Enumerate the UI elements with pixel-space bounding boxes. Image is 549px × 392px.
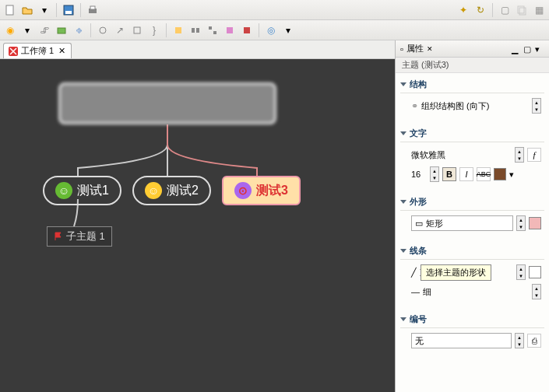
root-topic[interactable] (58, 82, 276, 124)
shape-spinner[interactable]: ▲▼ (516, 215, 526, 231)
section-shape: 外形 ▭ 矩形 ▲▼ (400, 194, 544, 236)
line-spinner[interactable]: ▲▼ (516, 264, 526, 280)
mindmap-canvas[interactable]: ☺ 测试1 ☺ 测试2 ⊙ 测试3 子主题 1 (0, 59, 395, 392)
number-format-button[interactable]: ⎙ (527, 334, 541, 348)
line-title: 线条 (410, 245, 427, 257)
summary-icon[interactable]: } (147, 23, 161, 37)
number-header[interactable]: 编号 (400, 311, 544, 328)
tab-bar: 工作簿 1 ✕ (0, 40, 395, 59)
style-icon[interactable] (240, 23, 254, 37)
minimize-icon[interactable]: ▁ (512, 44, 521, 54)
line-color-swatch[interactable] (529, 266, 541, 278)
tag-icon[interactable] (55, 23, 69, 37)
layout1-icon[interactable] (171, 23, 185, 37)
panel-title: 属性 (406, 43, 424, 54)
svg-rect-7 (58, 28, 65, 33)
line-header[interactable]: 线条 (400, 243, 544, 260)
shape-title: 外形 (410, 196, 427, 208)
section-number: 编号 无 ▲▼ ⎙ (400, 311, 544, 354)
props-subheader: 主题 (测试3) (396, 58, 549, 73)
font-spinner[interactable]: ▲▼ (515, 147, 524, 163)
bold-button[interactable]: B (442, 167, 456, 181)
italic-button[interactable]: I (459, 167, 473, 181)
line-style-icon: ╱ (411, 268, 417, 278)
svg-rect-4 (90, 6, 95, 9)
link-icon[interactable]: ⎆ (72, 23, 86, 37)
shape-select[interactable]: ▭ 矩形 (411, 215, 513, 231)
node-icon[interactable] (96, 23, 110, 37)
size-spinner[interactable]: ▲▼ (430, 166, 439, 182)
flag-icon (54, 232, 63, 241)
font-size: 16 (411, 170, 427, 179)
tab-title: 工作簿 1 (21, 45, 54, 57)
text-title: 文字 (410, 128, 427, 139)
svg-rect-6 (519, 8, 526, 15)
layout3-icon[interactable] (206, 23, 220, 37)
svg-rect-10 (175, 27, 181, 33)
svg-rect-9 (134, 27, 140, 33)
structure-spinner[interactable]: ▲▼ (532, 98, 541, 114)
paste-icon[interactable]: ▦ (532, 3, 546, 17)
star-icon[interactable]: ✦ (456, 3, 470, 17)
svg-rect-15 (227, 27, 233, 33)
topic-node-3-selected[interactable]: ⊙ 测试3 (222, 176, 301, 205)
chevron-down-icon (400, 249, 406, 253)
svg-rect-2 (65, 11, 72, 14)
layout2-icon[interactable] (188, 23, 202, 37)
selection-label: 主题 (测试3) (402, 59, 449, 71)
section-structure: 结构 ⚭ 组织结构图 (向下) ▲▼ (400, 76, 544, 119)
svg-rect-11 (192, 28, 195, 33)
shape-header[interactable]: 外形 (400, 194, 544, 211)
font-style-button[interactable]: f (527, 148, 541, 162)
redo-icon[interactable]: ↻ (473, 3, 487, 17)
font-name: 微软雅黑 (411, 149, 512, 161)
emoji-smile-icon: ☺ (55, 182, 72, 199)
focus-icon[interactable]: ◎ (264, 23, 278, 37)
chevron-down-icon (400, 317, 406, 321)
weight-spinner[interactable]: ▲▼ (532, 284, 541, 299)
toolbar-secondary: ◉ ▾ 🖇 ⎆ ↗ } ◎ ▾ (0, 20, 549, 40)
topic-node-1[interactable]: ☺ 测试1 (43, 176, 121, 205)
subnode-label: 子主题 1 (66, 229, 105, 243)
node1-label: 测试1 (77, 183, 109, 199)
section-text: 文字 微软雅黑 ▲▼ f 16 ▲▼ B I ABC ▾ (400, 125, 544, 187)
color-dropdown-icon[interactable]: ▾ (509, 170, 514, 180)
svg-point-8 (100, 27, 106, 33)
doc1-icon[interactable]: ▢ (498, 3, 512, 17)
new-file-icon[interactable] (3, 3, 17, 17)
shape-value: 矩形 (426, 218, 443, 229)
subtopic-node[interactable]: 子主题 1 (47, 226, 112, 247)
bulb-icon[interactable]: ◉ (3, 23, 17, 37)
box-icon[interactable] (130, 23, 144, 37)
strike-button[interactable]: ABC (477, 167, 491, 181)
chevron-down-icon (400, 131, 406, 135)
chevron2-icon[interactable]: ▾ (281, 23, 295, 37)
attach-icon[interactable]: 🖇 (37, 23, 51, 37)
chevron-down-icon[interactable]: ▾ (20, 23, 34, 37)
copy-icon[interactable] (515, 3, 529, 17)
number-spinner[interactable]: ▲▼ (515, 333, 524, 348)
panel-close-icon[interactable]: ✕ (427, 45, 433, 53)
node3-label: 测试3 (256, 183, 288, 199)
structure-title: 结构 (410, 79, 427, 90)
save-icon[interactable] (62, 3, 76, 17)
chevron-down-icon (400, 82, 406, 86)
text-color-swatch[interactable] (494, 168, 506, 180)
shape-tooltip: 选择主题的形状 (421, 264, 491, 281)
open-folder-icon[interactable] (20, 3, 34, 17)
number-value: 无 (415, 335, 424, 347)
print-icon[interactable] (86, 3, 100, 17)
menu-icon[interactable]: ▾ (535, 44, 544, 54)
close-tab-icon[interactable]: ✕ (57, 47, 66, 56)
shape-color-swatch[interactable] (529, 217, 541, 229)
theme-icon[interactable] (223, 23, 237, 37)
number-select[interactable]: 无 (411, 333, 512, 348)
dropdown-icon[interactable]: ▾ (37, 3, 51, 17)
text-header[interactable]: 文字 (400, 125, 544, 142)
restore-icon[interactable]: ▢ (523, 44, 533, 54)
topic-node-2[interactable]: ☺ 测试2 (132, 176, 211, 205)
toolbar-main: ▾ ✦ ↻ ▢ ▦ (0, 0, 549, 20)
workbook-tab[interactable]: 工作簿 1 ✕ (3, 43, 72, 58)
arrow-icon[interactable]: ↗ (113, 23, 127, 37)
structure-header[interactable]: 结构 (400, 76, 544, 93)
